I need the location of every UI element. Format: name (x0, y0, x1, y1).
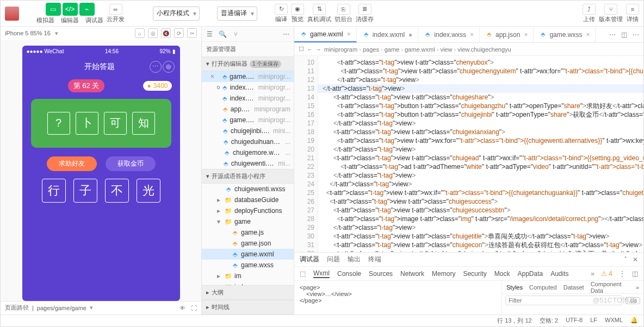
crumb-item[interactable]: game.wxml (405, 46, 435, 53)
tree-item[interactable]: ⬘game.wxml (202, 249, 294, 260)
subtab-appdata[interactable]: AppData (517, 270, 543, 278)
open-editor-item[interactable]: ⬘chuigemore.wxss... (202, 147, 294, 158)
tree-item[interactable]: ⬘game.wxss (202, 260, 294, 271)
tab-terminal[interactable]: 终端 (368, 255, 381, 264)
editor-tab[interactable]: ⬘game.wxml× (294, 27, 357, 42)
footer-path[interactable]: pages/game/game (37, 305, 86, 311)
sim-cut-icon[interactable]: ✂ (187, 28, 197, 38)
tab-more-icon[interactable]: ⋯ (609, 31, 616, 39)
tab-debugger[interactable]: 调试器 (300, 255, 319, 264)
cloud-dev-button[interactable]: ∞ (109, 4, 122, 15)
bell-icon[interactable]: 🔔 (630, 317, 638, 325)
editor-tab[interactable]: ⬘game.wxss× (534, 27, 596, 42)
search-icon[interactable]: 🔍 (218, 30, 227, 38)
bookmark-icon[interactable]: ☐ (299, 46, 304, 53)
open-editor-item[interactable]: ⬘chuigejinbi.wxssmini... (202, 125, 294, 136)
editor-button[interactable]: </> (63, 3, 78, 16)
tab-problems[interactable]: 问题 (327, 255, 340, 264)
tab-overflow-icon[interactable]: ⋯ (633, 31, 639, 39)
open-editor-item[interactable]: ⬘app.jsonminiprogram (202, 104, 294, 115)
sim-rotate-icon[interactable]: ⟳ (174, 28, 184, 38)
open-editor-item[interactable]: ⬘chuigewenti.wxssmi... (202, 158, 294, 169)
tree-item[interactable]: ▸📁deployFunctions (202, 205, 294, 216)
editor-tab[interactable]: ⬘index.wxml● (357, 27, 419, 42)
subtab-console[interactable]: Console (337, 270, 361, 278)
option-button[interactable]: 不 (105, 179, 129, 203)
mode-select[interactable]: 小程序模式 (153, 7, 200, 21)
forward-icon[interactable]: → (315, 46, 321, 53)
editor-tab[interactable]: ⬘app.json× (480, 27, 534, 42)
branch-icon[interactable]: ⑂ (231, 30, 240, 38)
detail-button[interactable]: ≡ (626, 4, 639, 15)
crumb-item[interactable]: view.chuigechengyu (457, 46, 511, 53)
help-button[interactable]: 求助好友 (47, 156, 97, 171)
upload-button[interactable]: ⤴ (583, 4, 596, 15)
background-button[interactable]: ⎘ (337, 4, 350, 15)
preview-button[interactable]: ◉ (291, 4, 304, 15)
cls-button[interactable]: .cls (626, 297, 640, 304)
expand-icon[interactable]: ⛶ (191, 305, 197, 311)
subtab-audits[interactable]: Audits (550, 270, 568, 278)
tab-output[interactable]: 输出 (348, 255, 361, 264)
editor-tab[interactable]: ⬘index.wxss× (418, 27, 480, 42)
tree-item[interactable]: ▾📁game (202, 216, 294, 227)
subtab-wxml[interactable]: Wxml (313, 269, 330, 278)
indent-info[interactable]: 空格: 2 (540, 317, 558, 325)
open-editor-item[interactable]: ⬘index.wxmlminiprogr... (202, 82, 294, 93)
filter-input[interactable] (505, 295, 622, 305)
open-editor-item[interactable]: ×⬘game.wxmlminiprogr... (202, 71, 294, 82)
crumb-item[interactable]: miniprogram (324, 46, 357, 53)
rtab-computed[interactable]: Computed (529, 284, 557, 291)
back-icon[interactable]: ← (307, 46, 313, 53)
crumb-item[interactable]: pages (363, 46, 379, 53)
option-button[interactable]: 子 (73, 179, 97, 203)
more-icon[interactable]: ⋯ (282, 30, 290, 38)
tree-item[interactable]: ⬘game.json (202, 238, 294, 249)
tree-item[interactable]: ▾📁index (202, 281, 294, 285)
cache-button[interactable]: ≣ (358, 4, 371, 15)
tree-item[interactable]: ⬘game.js (202, 227, 294, 238)
simulator-button[interactable]: ▭ (46, 3, 61, 16)
rtab-component[interactable]: Component Data (591, 281, 629, 294)
close-icon[interactable]: ◎ (163, 61, 175, 73)
menu-icon[interactable]: ⋯ (150, 61, 162, 73)
open-editor-item[interactable]: ⬘game.wxssminiprogr... (202, 115, 294, 125)
eye-icon[interactable]: 👁 (179, 305, 185, 311)
subtab-sources[interactable]: Sources (369, 270, 393, 278)
list-icon[interactable]: ☰ (205, 30, 214, 38)
coin-button[interactable]: 获取金币 (106, 156, 156, 171)
compile-button[interactable]: ↻ (275, 4, 288, 15)
open-editor-item[interactable]: ⬘index.wxssminiprogr... (202, 93, 294, 104)
more-icon[interactable]: ⋮ (619, 270, 626, 278)
inspect-icon[interactable]: ⬚ (300, 270, 306, 278)
version-button[interactable]: ⑂ (604, 4, 617, 15)
sim-record-icon[interactable]: ◎ (148, 28, 158, 38)
project-section[interactable]: ▾ 开源成语答题小程序 (202, 169, 294, 184)
compile-mode-select[interactable]: 普通编译 (217, 7, 257, 21)
remote-debug-button[interactable]: ⇅ (313, 4, 326, 15)
wxml-tree[interactable]: <page> <view>…</view> </page> (294, 281, 502, 315)
sim-mute-icon[interactable]: 🔇 (161, 28, 171, 38)
subtab-mock[interactable]: Mock (494, 270, 510, 278)
crumb-item[interactable]: view (440, 46, 452, 53)
chevron-up-icon[interactable]: ˄ (624, 256, 627, 263)
tree-item[interactable]: ⬘chuigewenti.wxss (202, 184, 294, 194)
subtab-security[interactable]: Security (463, 270, 486, 278)
close-icon[interactable]: ✕ (633, 256, 638, 263)
open-editor-item[interactable]: ⬘chuigeduihuan.wxss... (202, 136, 294, 147)
dock-icon[interactable]: ◫ (632, 270, 638, 278)
debugger-button[interactable]: ⌁ (79, 3, 95, 16)
encoding[interactable]: UTF-8 (566, 317, 583, 325)
open-editors-section[interactable]: ▾ 打开的编辑器 1 个未保存 (202, 56, 294, 71)
rtab-dataset[interactable]: Dataset (564, 284, 584, 291)
outline-section[interactable]: ▸ 大纲 (202, 285, 294, 300)
cursor-pos[interactable]: 行 13，列 12 (497, 317, 532, 325)
tree-item[interactable]: ▸📁databaseGuide (202, 194, 294, 205)
eol[interactable]: LF (590, 317, 597, 325)
avatar[interactable] (5, 7, 19, 21)
option-button[interactable]: 光 (137, 179, 160, 203)
tab-split-icon[interactable]: ◫ (621, 31, 627, 39)
tree-item[interactable]: ▸📁im (202, 271, 294, 281)
option-button[interactable]: 行 (42, 179, 66, 203)
coins-badge[interactable]: 3400 (143, 81, 172, 91)
